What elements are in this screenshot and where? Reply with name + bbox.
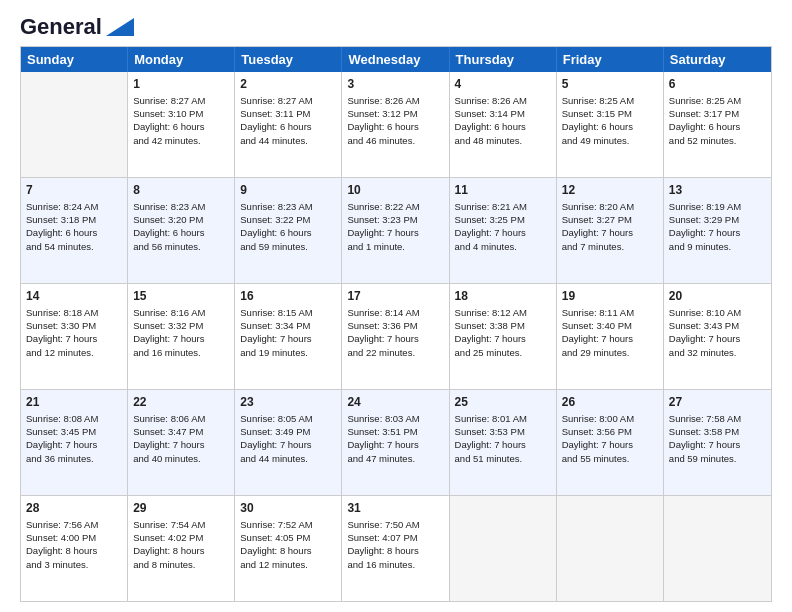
- calendar-row: 28Sunrise: 7:56 AMSunset: 4:00 PMDayligh…: [21, 496, 771, 601]
- day-info-line: Daylight: 7 hours: [562, 332, 658, 345]
- calendar-cell: 26Sunrise: 8:00 AMSunset: 3:56 PMDayligh…: [557, 390, 664, 495]
- calendar-cell: 9Sunrise: 8:23 AMSunset: 3:22 PMDaylight…: [235, 178, 342, 283]
- calendar-cell: 25Sunrise: 8:01 AMSunset: 3:53 PMDayligh…: [450, 390, 557, 495]
- day-number: 20: [669, 288, 766, 305]
- day-info-line: Sunset: 3:10 PM: [133, 107, 229, 120]
- calendar-cell: 10Sunrise: 8:22 AMSunset: 3:23 PMDayligh…: [342, 178, 449, 283]
- day-info-line: and 55 minutes.: [562, 452, 658, 465]
- day-number: 11: [455, 182, 551, 199]
- calendar-cell: 3Sunrise: 8:26 AMSunset: 3:12 PMDaylight…: [342, 72, 449, 177]
- day-info-line: and 8 minutes.: [133, 558, 229, 571]
- day-info-line: Sunset: 3:12 PM: [347, 107, 443, 120]
- day-info-line: and 48 minutes.: [455, 134, 551, 147]
- day-info-line: Sunrise: 8:16 AM: [133, 306, 229, 319]
- day-number: 28: [26, 500, 122, 517]
- calendar-cell: 22Sunrise: 8:06 AMSunset: 3:47 PMDayligh…: [128, 390, 235, 495]
- day-number: 2: [240, 76, 336, 93]
- day-info-line: Sunset: 4:07 PM: [347, 531, 443, 544]
- day-number: 8: [133, 182, 229, 199]
- day-number: 24: [347, 394, 443, 411]
- day-info-line: and 42 minutes.: [133, 134, 229, 147]
- day-info-line: and 54 minutes.: [26, 240, 122, 253]
- day-info-line: Sunrise: 8:27 AM: [240, 94, 336, 107]
- calendar-body: 1Sunrise: 8:27 AMSunset: 3:10 PMDaylight…: [21, 72, 771, 601]
- day-info-line: Daylight: 6 hours: [133, 226, 229, 239]
- day-info-line: Sunset: 3:25 PM: [455, 213, 551, 226]
- day-info-line: Daylight: 7 hours: [240, 332, 336, 345]
- calendar-cell: 7Sunrise: 8:24 AMSunset: 3:18 PMDaylight…: [21, 178, 128, 283]
- day-info-line: and 12 minutes.: [240, 558, 336, 571]
- calendar-cell: 8Sunrise: 8:23 AMSunset: 3:20 PMDaylight…: [128, 178, 235, 283]
- day-info-line: Sunrise: 8:23 AM: [240, 200, 336, 213]
- day-info-line: Daylight: 7 hours: [26, 438, 122, 451]
- day-info-line: Sunset: 3:45 PM: [26, 425, 122, 438]
- day-info-line: Sunset: 3:23 PM: [347, 213, 443, 226]
- calendar-cell: 16Sunrise: 8:15 AMSunset: 3:34 PMDayligh…: [235, 284, 342, 389]
- day-info-line: Sunrise: 8:03 AM: [347, 412, 443, 425]
- day-info-line: and 44 minutes.: [240, 134, 336, 147]
- day-info-line: Sunset: 3:56 PM: [562, 425, 658, 438]
- calendar-row: 1Sunrise: 8:27 AMSunset: 3:10 PMDaylight…: [21, 72, 771, 178]
- calendar-cell: 4Sunrise: 8:26 AMSunset: 3:14 PMDaylight…: [450, 72, 557, 177]
- day-info-line: Sunrise: 8:23 AM: [133, 200, 229, 213]
- calendar-cell: 21Sunrise: 8:08 AMSunset: 3:45 PMDayligh…: [21, 390, 128, 495]
- day-info-line: Sunset: 4:00 PM: [26, 531, 122, 544]
- day-info-line: Sunrise: 8:22 AM: [347, 200, 443, 213]
- day-info-line: and 36 minutes.: [26, 452, 122, 465]
- weekday-header: Saturday: [664, 47, 771, 72]
- calendar-cell: 27Sunrise: 7:58 AMSunset: 3:58 PMDayligh…: [664, 390, 771, 495]
- day-info-line: Sunrise: 8:18 AM: [26, 306, 122, 319]
- calendar-cell: [450, 496, 557, 601]
- day-info-line: Daylight: 6 hours: [455, 120, 551, 133]
- day-info-line: Sunrise: 8:26 AM: [347, 94, 443, 107]
- day-info-line: Sunrise: 7:58 AM: [669, 412, 766, 425]
- day-info-line: Sunrise: 8:20 AM: [562, 200, 658, 213]
- svg-marker-0: [106, 18, 134, 36]
- day-info-line: Daylight: 7 hours: [26, 332, 122, 345]
- day-info-line: Sunset: 3:38 PM: [455, 319, 551, 332]
- calendar-cell: [21, 72, 128, 177]
- day-info-line: Daylight: 6 hours: [669, 120, 766, 133]
- day-info-line: Daylight: 7 hours: [455, 226, 551, 239]
- day-info-line: Daylight: 7 hours: [455, 332, 551, 345]
- day-number: 1: [133, 76, 229, 93]
- day-number: 5: [562, 76, 658, 93]
- day-number: 9: [240, 182, 336, 199]
- day-info-line: and 59 minutes.: [669, 452, 766, 465]
- day-info-line: and 19 minutes.: [240, 346, 336, 359]
- day-info-line: Sunset: 3:58 PM: [669, 425, 766, 438]
- day-info-line: and 25 minutes.: [455, 346, 551, 359]
- day-info-line: and 46 minutes.: [347, 134, 443, 147]
- day-info-line: and 59 minutes.: [240, 240, 336, 253]
- day-info-line: Sunrise: 8:10 AM: [669, 306, 766, 319]
- day-info-line: and 52 minutes.: [669, 134, 766, 147]
- day-info-line: and 22 minutes.: [347, 346, 443, 359]
- day-info-line: Sunrise: 7:56 AM: [26, 518, 122, 531]
- day-info-line: Daylight: 6 hours: [133, 120, 229, 133]
- day-number: 7: [26, 182, 122, 199]
- day-number: 22: [133, 394, 229, 411]
- logo-text: General: [20, 16, 102, 38]
- calendar-row: 14Sunrise: 8:18 AMSunset: 3:30 PMDayligh…: [21, 284, 771, 390]
- day-info-line: Daylight: 6 hours: [26, 226, 122, 239]
- day-info-line: Sunrise: 8:05 AM: [240, 412, 336, 425]
- calendar-cell: 15Sunrise: 8:16 AMSunset: 3:32 PMDayligh…: [128, 284, 235, 389]
- calendar-cell: 6Sunrise: 8:25 AMSunset: 3:17 PMDaylight…: [664, 72, 771, 177]
- day-number: 4: [455, 76, 551, 93]
- day-info-line: Sunset: 3:17 PM: [669, 107, 766, 120]
- day-info-line: Sunrise: 8:26 AM: [455, 94, 551, 107]
- day-info-line: Daylight: 7 hours: [347, 226, 443, 239]
- day-info-line: Sunrise: 8:14 AM: [347, 306, 443, 319]
- calendar-cell: 13Sunrise: 8:19 AMSunset: 3:29 PMDayligh…: [664, 178, 771, 283]
- calendar-cell: 14Sunrise: 8:18 AMSunset: 3:30 PMDayligh…: [21, 284, 128, 389]
- calendar-cell: 18Sunrise: 8:12 AMSunset: 3:38 PMDayligh…: [450, 284, 557, 389]
- day-info-line: Sunrise: 7:54 AM: [133, 518, 229, 531]
- day-info-line: and 47 minutes.: [347, 452, 443, 465]
- calendar-row: 7Sunrise: 8:24 AMSunset: 3:18 PMDaylight…: [21, 178, 771, 284]
- day-info-line: and 44 minutes.: [240, 452, 336, 465]
- calendar-cell: 17Sunrise: 8:14 AMSunset: 3:36 PMDayligh…: [342, 284, 449, 389]
- calendar-cell: 30Sunrise: 7:52 AMSunset: 4:05 PMDayligh…: [235, 496, 342, 601]
- day-number: 31: [347, 500, 443, 517]
- calendar-cell: 20Sunrise: 8:10 AMSunset: 3:43 PMDayligh…: [664, 284, 771, 389]
- day-info-line: Sunrise: 8:06 AM: [133, 412, 229, 425]
